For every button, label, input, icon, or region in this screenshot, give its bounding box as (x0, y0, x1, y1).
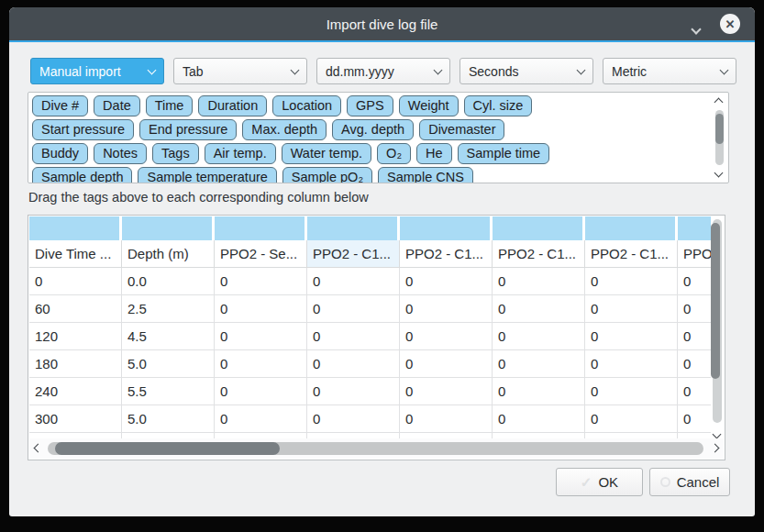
table-cell[interactable]: 0 (678, 405, 711, 432)
tag-divemaster[interactable]: Divemaster (419, 119, 504, 140)
scrollbar-track[interactable] (715, 110, 724, 165)
drop-cell[interactable] (493, 216, 582, 240)
table-cell[interactable]: 0 (215, 268, 307, 294)
table-cell[interactable]: 5.0 (122, 350, 215, 377)
table-cell[interactable]: 0 (400, 323, 493, 349)
drop-cell[interactable] (215, 216, 304, 240)
tag-avg-depth[interactable]: Avg. depth (332, 119, 414, 140)
table-cell[interactable]: 0 (585, 268, 678, 294)
chevron-up-icon[interactable] (714, 98, 724, 107)
table-cell[interactable]: 0 (678, 378, 711, 405)
table-cell[interactable]: 0 (585, 323, 678, 349)
table-cell[interactable]: 0 (493, 378, 585, 405)
table-cell[interactable]: 0 (678, 323, 711, 349)
tag-water-temp[interactable]: Water temp. (282, 143, 371, 164)
tag-location[interactable]: Location (272, 95, 341, 116)
tag-sample-po[interactable]: Sample pO₂ (282, 167, 372, 183)
tag-max-depth[interactable]: Max. depth (242, 119, 327, 140)
chevron-left-icon[interactable] (34, 444, 43, 453)
tag-o[interactable]: O₂ (377, 143, 411, 164)
scrollbar-thumb[interactable] (715, 114, 724, 144)
titlebar[interactable]: Import dive log file ✕ (9, 7, 755, 40)
date-format-select[interactable]: dd.mm.yyyy (316, 58, 450, 84)
table-cell[interactable]: 0 (400, 295, 493, 322)
tag-notes[interactable]: Notes (94, 143, 147, 164)
table-cell[interactable]: 0 (400, 378, 493, 405)
tag-sample-time[interactable]: Sample time (458, 143, 550, 164)
table-cell[interactable]: 0 (400, 268, 493, 294)
table-cell[interactable]: 0 (215, 405, 307, 432)
units-select[interactable]: Metric (603, 58, 736, 84)
tag-sample-cns[interactable]: Sample CNS (378, 167, 473, 183)
column-header[interactable]: Depth (m) (122, 240, 215, 267)
chevron-right-icon[interactable] (711, 444, 720, 453)
table-cell[interactable]: 0 (307, 268, 400, 294)
column-header[interactable]: PPO2 (678, 240, 711, 267)
table-cell[interactable]: 0 (215, 323, 307, 349)
tag-weight[interactable]: Weight (399, 95, 459, 116)
table-cell[interactable]: 5.5 (122, 378, 215, 405)
tag-air-temp[interactable]: Air temp. (205, 143, 276, 164)
table-cell[interactable]: 0 (215, 295, 307, 322)
table-cell[interactable]: 4.5 (122, 323, 215, 349)
import-mode-select[interactable]: Manual import (30, 58, 164, 84)
table-cell[interactable]: 0 (493, 295, 585, 322)
table-cell[interactable]: 0 (307, 350, 400, 377)
ok-button[interactable]: ✓ OK (556, 468, 643, 496)
tag-dive[interactable]: Dive # (32, 95, 88, 116)
column-header[interactable]: PPO2 - C1... (307, 240, 400, 267)
tag-gps[interactable]: GPS (347, 95, 393, 116)
field-separator-select[interactable]: Tab (173, 58, 307, 84)
tag-sample-depth[interactable]: Sample depth (32, 167, 132, 183)
column-header[interactable]: PPO2 - C1... (585, 240, 678, 267)
cancel-button[interactable]: Cancel (649, 468, 730, 496)
tag-tags[interactable]: Tags (152, 143, 199, 164)
column-header[interactable]: PPO2 - C1... (493, 240, 585, 267)
tag-pool-scrollbar[interactable] (714, 95, 725, 180)
tag-start-pressure[interactable]: Start pressure (32, 119, 134, 140)
drop-cell[interactable] (400, 216, 490, 240)
shade-chevron-icon[interactable] (692, 20, 702, 29)
scrollbar-track[interactable] (48, 442, 703, 455)
table-cell[interactable]: 180 (29, 350, 122, 377)
table-cell[interactable]: 0 (678, 295, 711, 322)
drop-cell[interactable] (122, 216, 212, 240)
table-cell[interactable]: 0 (585, 350, 678, 377)
table-cell[interactable]: 2.5 (122, 295, 215, 322)
scrollbar-thumb[interactable] (55, 442, 280, 455)
table-cell[interactable]: 5.0 (122, 405, 215, 432)
tag-date[interactable]: Date (94, 95, 140, 116)
table-vertical-scrollbar[interactable] (711, 217, 724, 439)
tag-he[interactable]: He (416, 143, 452, 164)
chevron-down-icon[interactable] (713, 430, 722, 439)
table-cell[interactable]: 0 (307, 295, 400, 322)
tag-duration[interactable]: Duration (198, 95, 267, 116)
scrollbar-thumb[interactable] (711, 223, 720, 379)
table-cell[interactable]: 0 (29, 268, 122, 294)
tag-end-pressure[interactable]: End pressure (139, 119, 237, 140)
duration-format-select[interactable]: Seconds (460, 58, 593, 84)
drop-cell[interactable] (678, 216, 711, 240)
tag-time[interactable]: Time (146, 95, 194, 116)
close-icon[interactable]: ✕ (720, 14, 740, 34)
table-cell[interactable]: 0 (493, 350, 585, 377)
drop-cell[interactable] (307, 216, 397, 240)
chevron-down-icon[interactable] (714, 169, 724, 178)
table-cell[interactable]: 240 (29, 378, 122, 405)
tag-sample-temperature[interactable]: Sample temperature (138, 167, 276, 183)
drop-cell[interactable] (29, 216, 119, 240)
column-header[interactable]: Dive Time ... (29, 240, 122, 267)
table-cell[interactable]: 0 (493, 405, 585, 432)
table-cell[interactable]: 0 (400, 350, 493, 377)
table-cell[interactable]: 0 (493, 268, 585, 294)
table-cell[interactable]: 60 (29, 295, 122, 322)
tag-cyl-size[interactable]: Cyl. size (464, 95, 533, 116)
table-cell[interactable]: 0 (678, 350, 711, 377)
column-header[interactable]: PPO2 - C1... (400, 240, 493, 267)
drop-cell[interactable] (585, 216, 675, 240)
table-horizontal-scrollbar[interactable] (29, 438, 724, 459)
table-cell[interactable]: 0 (585, 378, 678, 405)
table-cell[interactable]: 0.0 (122, 268, 215, 294)
column-header[interactable]: PPO2 - Se... (215, 240, 307, 267)
table-cell[interactable]: 0 (215, 378, 307, 405)
